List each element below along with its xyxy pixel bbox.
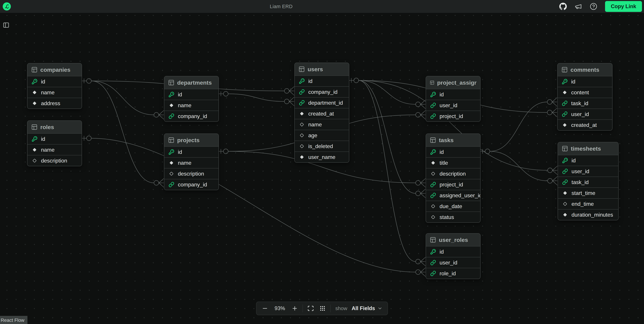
field-row-due_date[interactable]: due_date [426, 201, 480, 212]
field-row-id[interactable]: id [558, 76, 612, 87]
not-null-diamond-icon [562, 190, 568, 196]
field-row-company_id[interactable]: company_id [164, 111, 218, 121]
field-row-name[interactable]: name [28, 144, 82, 155]
nullable-diamond-icon [169, 171, 174, 177]
field-row-id[interactable]: id [426, 89, 480, 100]
field-row-status[interactable]: status [426, 212, 480, 222]
field-row-address[interactable]: address [28, 98, 82, 109]
table-title: projects [177, 137, 200, 143]
liam-logo[interactable]: ℒ [3, 2, 11, 11]
field-row-start_time[interactable]: start_time [558, 188, 618, 198]
field-row-user_id[interactable]: user_id [558, 166, 618, 177]
sidebar-toggle-button[interactable] [3, 21, 12, 29]
table-header[interactable]: departments [164, 76, 218, 89]
field-row-project_id[interactable]: project_id [426, 179, 480, 190]
tidy-up-button[interactable] [318, 304, 326, 312]
foreign-key-icon-wrap [430, 270, 436, 276]
table-timesheets[interactable]: timesheetsiduser_idtask_idstart_timeend_… [558, 142, 618, 220]
field-row-is_deleted[interactable]: is_deleted [295, 141, 349, 151]
relationship-edge[interactable] [91, 138, 416, 272]
field-row-name[interactable]: name [164, 157, 218, 168]
field-row-created_at[interactable]: created_at [295, 108, 349, 119]
zoom-in-button[interactable] [291, 304, 299, 312]
not-null-icon-wrap [562, 190, 568, 196]
table-header[interactable]: user_roles [426, 234, 480, 246]
table-companies[interactable]: companiesidnameaddress [27, 63, 82, 109]
field-row-assigned_user_id[interactable]: assigned_user_id [426, 190, 480, 201]
table-roles[interactable]: rolesidnamedescription [27, 120, 82, 166]
field-row-id[interactable]: id [426, 246, 480, 257]
field-row-id[interactable]: id [558, 155, 618, 166]
relationship-edge[interactable] [91, 81, 154, 115]
relationship-edge[interactable] [228, 94, 284, 101]
field-row-description[interactable]: description [426, 168, 480, 179]
table-header[interactable]: users [295, 63, 349, 75]
field-row-project_id[interactable]: project_id [426, 111, 480, 121]
field-row-name[interactable]: name [295, 119, 349, 130]
table-header[interactable]: timesheets [558, 142, 618, 155]
field-row-end_time[interactable]: end_time [558, 198, 618, 209]
field-row-user_id[interactable]: user_id [426, 100, 480, 111]
table-projects[interactable]: projectsidnamedescriptioncompany_id [164, 133, 219, 190]
field-row-task_id[interactable]: task_id [558, 98, 612, 109]
field-name: user_id [572, 168, 589, 175]
table-header[interactable]: tasks [426, 134, 480, 146]
field-row-name[interactable]: name [164, 100, 218, 111]
fit-view-button[interactable] [306, 304, 315, 312]
table-header[interactable]: project_assignme... [426, 76, 480, 89]
table-departments[interactable]: departmentsidnamecompany_id [164, 76, 219, 122]
field-row-content[interactable]: content [558, 87, 612, 98]
table-header[interactable]: companies [28, 63, 82, 76]
field-row-company_id[interactable]: company_id [295, 86, 349, 97]
table-users[interactable]: usersidcompany_iddepartment_idcreated_at… [294, 63, 349, 163]
field-row-id[interactable]: id [295, 75, 349, 86]
table-user_roles[interactable]: user_rolesiduser_idrole_id [426, 233, 480, 279]
field-row-company_id[interactable]: company_id [164, 179, 218, 190]
table-tasks[interactable]: tasksidtitledescriptionproject_idassigne… [426, 133, 480, 223]
relationship-edge[interactable] [490, 151, 548, 181]
relationship-edge[interactable] [358, 80, 416, 193]
field-row-name[interactable]: name [28, 87, 82, 98]
table-header[interactable]: comments [558, 63, 612, 76]
field-row-title[interactable]: title [426, 157, 480, 168]
help-button[interactable] [589, 2, 598, 11]
field-row-description[interactable]: description [28, 155, 82, 166]
table-header[interactable]: roles [28, 121, 82, 133]
table-project_assignments[interactable]: project_assignme...iduser_idproject_id [426, 76, 480, 122]
crow-foot-prong [552, 108, 557, 112]
field-row-user_id[interactable]: user_id [558, 109, 612, 119]
field-row-duration_minutes[interactable]: duration_minutes [558, 209, 618, 220]
field-name: id [308, 78, 312, 84]
field-row-id[interactable]: id [164, 89, 218, 100]
field-row-user_name[interactable]: user_name [295, 151, 349, 162]
not-null-icon-wrap [299, 111, 305, 117]
field-row-description[interactable]: description [164, 168, 218, 179]
relationship-edge[interactable] [91, 81, 154, 183]
field-row-created_at[interactable]: created_at [558, 119, 612, 130]
github-button[interactable] [558, 2, 568, 11]
topbar-actions: Copy Link [558, 0, 642, 13]
table-header[interactable]: projects [164, 134, 218, 146]
field-row-id[interactable]: id [28, 133, 82, 144]
erd-canvas[interactable]: companiesidnameaddressrolesidnamedescrip… [0, 0, 644, 324]
announcements-button[interactable] [574, 2, 583, 11]
react-flow-attribution[interactable]: React Flow [0, 316, 28, 324]
table-title: departments [177, 79, 212, 86]
field-name: end_time [572, 201, 594, 207]
zoom-out-button[interactable] [261, 304, 269, 312]
fields-filter-dropdown[interactable]: All Fields [351, 305, 383, 311]
table-comments[interactable]: commentsidcontenttask_iduser_idcreated_a… [557, 63, 612, 131]
relationship-edge[interactable] [358, 80, 416, 262]
cardinality-zero-circle [548, 168, 552, 173]
field-row-department_id[interactable]: department_id [295, 97, 349, 108]
relationship-edge[interactable] [490, 102, 547, 151]
field-row-id[interactable]: id [426, 146, 480, 157]
field-row-id[interactable]: id [164, 146, 218, 157]
foreign-key-icon-wrap [168, 182, 174, 188]
field-row-user_id[interactable]: user_id [426, 257, 480, 268]
field-row-id[interactable]: id [28, 76, 82, 87]
field-row-role_id[interactable]: role_id [426, 268, 480, 279]
field-row-task_id[interactable]: task_id [558, 177, 618, 188]
copy-link-button[interactable]: Copy Link [605, 1, 642, 12]
field-row-age[interactable]: age [295, 130, 349, 141]
